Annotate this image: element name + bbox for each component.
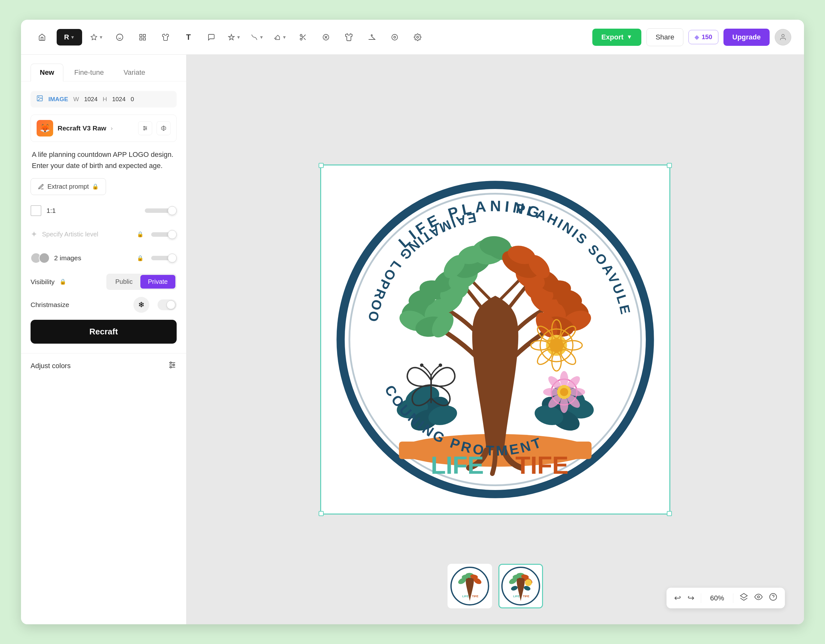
svg-point-32 bbox=[170, 362, 171, 364]
upgrade-button[interactable]: Upgrade bbox=[723, 29, 769, 46]
svg-point-142 bbox=[769, 593, 777, 601]
svg-marker-138 bbox=[740, 593, 747, 598]
aspect-ratio-slider[interactable] bbox=[145, 208, 177, 213]
magic-tool-button[interactable]: ▼ bbox=[226, 29, 243, 45]
extract-prompt-label: Extract prompt bbox=[48, 183, 89, 190]
face-tool-button[interactable] bbox=[111, 29, 128, 45]
svg-point-15 bbox=[394, 36, 396, 38]
svg-point-33 bbox=[173, 364, 175, 366]
thumbnail-strip: LIFE TIFE bbox=[448, 564, 543, 608]
svg-rect-4 bbox=[140, 34, 142, 37]
svg-rect-5 bbox=[143, 34, 145, 37]
svg-point-1 bbox=[116, 34, 123, 40]
export-button[interactable]: Export ▼ bbox=[592, 29, 641, 46]
svg-point-34 bbox=[170, 366, 171, 368]
text-tool-button[interactable]: T bbox=[180, 29, 197, 45]
sidebar-tabs: New Fine-tune Variate bbox=[21, 55, 186, 82]
artistic-level-slider[interactable] bbox=[151, 232, 177, 237]
vector-tool-button[interactable]: ▼ bbox=[88, 29, 105, 45]
height-label: H bbox=[103, 96, 107, 103]
main-content: New Fine-tune Variate IMAGE W bbox=[21, 55, 804, 624]
extract-prompt-button[interactable]: Extract prompt 🔒 bbox=[31, 178, 106, 195]
svg-point-110 bbox=[560, 388, 569, 396]
images-count-value: 2 images bbox=[54, 254, 81, 262]
public-button[interactable]: Public bbox=[108, 275, 140, 289]
thumbnail-2[interactable]: LIFE TIFE bbox=[499, 564, 543, 608]
home-icon[interactable] bbox=[34, 29, 50, 45]
tshirt2-tool-button[interactable] bbox=[341, 29, 357, 45]
artistic-lock-icon: 🔒 bbox=[137, 231, 144, 238]
model-selector[interactable]: 🦊 Recraft V3 Raw › bbox=[31, 114, 177, 142]
prompt-text: A life planning countdown APP LOGO desig… bbox=[31, 149, 177, 171]
aspect-ratio-value: 1:1 bbox=[46, 207, 56, 215]
christmasize-toggle[interactable] bbox=[158, 300, 177, 310]
model-settings-button[interactable] bbox=[138, 121, 152, 135]
svg-marker-0 bbox=[91, 34, 96, 39]
svg-point-19 bbox=[38, 97, 39, 98]
grid-tool-button[interactable] bbox=[134, 29, 151, 45]
eye-button[interactable] bbox=[754, 593, 763, 603]
shirt-tool-button[interactable] bbox=[157, 29, 174, 45]
toolbar-divider-2 bbox=[733, 593, 733, 603]
svg-line-139 bbox=[740, 598, 744, 601]
scissors-tool-button[interactable] bbox=[295, 29, 311, 45]
svg-point-24 bbox=[146, 128, 147, 129]
tab-variate[interactable]: Variate bbox=[114, 63, 154, 81]
recraft-button[interactable]: Recraft bbox=[31, 320, 177, 344]
app-window: R ▼ ▼ bbox=[21, 20, 804, 624]
undo-button[interactable]: ↩ bbox=[674, 593, 681, 603]
aspect-ratio-row: 1:1 bbox=[31, 202, 177, 219]
chat-tool-button[interactable] bbox=[203, 29, 219, 45]
hanger-tool-button[interactable] bbox=[363, 29, 380, 45]
tab-new[interactable]: New bbox=[31, 63, 63, 82]
image-icon bbox=[36, 95, 43, 104]
christmasize-button[interactable]: ❄ bbox=[133, 297, 149, 313]
zoom-level-display: 60% bbox=[708, 594, 727, 602]
christmasize-row: Christmasize ❄ bbox=[31, 297, 177, 313]
model-chevron-icon: › bbox=[111, 125, 113, 132]
redo-button[interactable]: ↪ bbox=[688, 593, 695, 603]
badge-tool-button[interactable] bbox=[386, 29, 403, 45]
circle-tool-button[interactable] bbox=[318, 29, 334, 45]
svg-line-11 bbox=[304, 38, 306, 40]
svg-point-141 bbox=[757, 596, 760, 598]
curve-tool-button[interactable]: ▼ bbox=[249, 29, 266, 45]
svg-point-135 bbox=[525, 579, 531, 586]
images-count-row: 2 images 🔒 bbox=[31, 249, 177, 267]
thumbnail-1[interactable]: LIFE TIFE bbox=[448, 564, 492, 608]
num-value: 0 bbox=[131, 96, 134, 103]
model-actions bbox=[138, 121, 171, 135]
aspect-ratio-box bbox=[31, 205, 42, 216]
adjust-colors-button[interactable] bbox=[168, 360, 177, 371]
eraser-tool-button[interactable]: ▼ bbox=[272, 29, 288, 45]
model-name: Recraft V3 Raw bbox=[58, 124, 106, 132]
credits-badge[interactable]: ◆ 150 bbox=[689, 30, 718, 44]
model-extra-button[interactable] bbox=[157, 121, 171, 135]
images-slider[interactable] bbox=[151, 256, 177, 260]
sparkle-icon: ✦ bbox=[31, 229, 37, 239]
private-button[interactable]: Private bbox=[141, 275, 175, 289]
layers-button[interactable] bbox=[740, 593, 748, 603]
svg-rect-7 bbox=[143, 38, 145, 40]
svg-point-102 bbox=[560, 397, 569, 413]
svg-text:LIFE: LIFE bbox=[462, 595, 468, 598]
help-button[interactable] bbox=[769, 593, 777, 603]
svg-text:TIFE: TIFE bbox=[472, 595, 478, 598]
diamond-icon: ◆ bbox=[695, 34, 699, 41]
image-info-bar: IMAGE W 1024 H 1024 0 bbox=[31, 91, 177, 108]
sidebar-body: IMAGE W 1024 H 1024 0 🦊 Recraft V3 Raw › bbox=[21, 82, 186, 353]
svg-point-25 bbox=[144, 129, 145, 130]
width-value: 1024 bbox=[84, 96, 97, 103]
visibility-lock-icon: 🔒 bbox=[60, 278, 66, 285]
toolbar-divider-1 bbox=[701, 593, 701, 603]
tab-fine-tune[interactable]: Fine-tune bbox=[65, 63, 113, 81]
user-avatar[interactable] bbox=[775, 29, 791, 45]
logo-image: LIFE TIFE LIFE PLANING COUNING PROTMEN bbox=[320, 165, 670, 514]
canvas-frame[interactable]: LIFE TIFE LIFE PLANING COUNING PROTMEN bbox=[320, 165, 670, 514]
svg-point-103 bbox=[543, 388, 559, 396]
svg-line-12 bbox=[302, 36, 303, 37]
recraft-logo-button[interactable]: R ▼ bbox=[57, 29, 82, 45]
share-button[interactable]: Share bbox=[646, 28, 684, 46]
settings-tool-button[interactable] bbox=[409, 29, 426, 45]
width-label: W bbox=[73, 96, 79, 103]
